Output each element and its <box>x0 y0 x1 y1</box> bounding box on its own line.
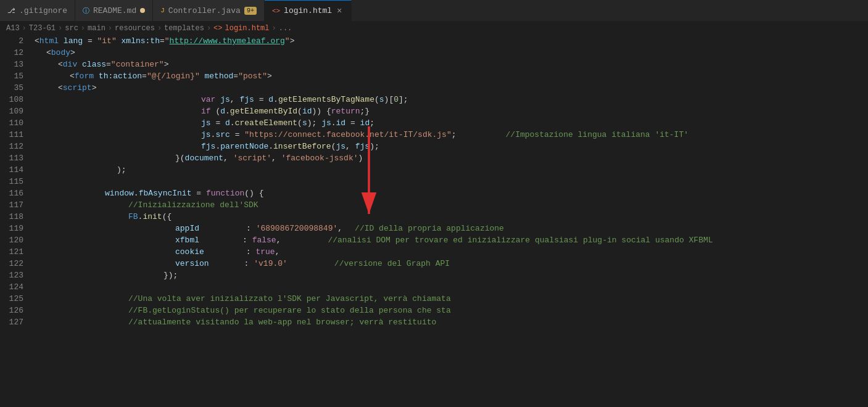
breadcrumb-sep: › <box>108 24 112 33</box>
line-num-2: 2 <box>0 35 31 47</box>
code-line-126: //FB.getLoginStatus() per recuperare lo … <box>31 305 868 316</box>
line-num-15: 15 <box>0 70 31 82</box>
code-line-127: //attualmente visitando la web-app nel b… <box>31 316 868 328</box>
code-area[interactable]: <html lang = "it" xmlns:th="http://www.t… <box>31 35 868 328</box>
info-icon: ⓘ <box>83 6 89 15</box>
breadcrumb-sep: › <box>157 24 162 33</box>
code-line-118: FB.init({ <box>31 211 868 223</box>
code-line-124 <box>31 281 868 293</box>
line-num-116: 116 <box>0 187 31 199</box>
line-num-114: 114 <box>0 164 31 176</box>
line-num-120: 120 <box>0 234 31 246</box>
line-num-112: 112 <box>0 141 31 152</box>
modified-dot <box>140 8 145 13</box>
code-line-120: xfbml: false,//analisi DOM per trovare e… <box>31 234 868 246</box>
line-num-12: 12 <box>0 47 31 59</box>
line-num-109: 109 <box>0 105 31 117</box>
tab-label-gitignore: .gitignore <box>19 6 67 15</box>
code-line-116: window.fbAsyncInit = function() { <box>31 187 868 199</box>
line-num-122: 122 <box>0 258 31 269</box>
breadcrumb-sep: › <box>22 24 27 33</box>
code-line-35: <script> <box>31 82 868 94</box>
line-num-111: 111 <box>0 129 31 141</box>
code-line-115 <box>31 176 868 187</box>
tab-label-controller: Controller.java <box>168 6 241 15</box>
code-line-114: ); <box>31 164 868 176</box>
breadcrumb-sep: › <box>207 24 211 33</box>
breadcrumb-item-ellipsis: ... <box>279 24 292 33</box>
tab-badge: 9+ <box>244 7 257 15</box>
line-num-119: 119 <box>0 223 31 234</box>
line-num-117: 117 <box>0 199 31 211</box>
breadcrumb-item-a13[interactable]: A13 <box>6 24 20 33</box>
code-line-108: var js, fjs = d.getElementsByTagName(s)[… <box>31 94 868 105</box>
breadcrumb-sep: › <box>58 24 62 33</box>
tab-login[interactable]: <> login.html × <box>265 0 352 21</box>
close-tab-button[interactable]: × <box>336 5 343 17</box>
code-line-125: //Una volta aver inizializzato l'SDK per… <box>31 293 868 305</box>
code-line-119: appId: '689086720098849',//ID della prop… <box>31 223 868 234</box>
line-num-126: 126 <box>0 305 31 316</box>
code-line-109: if (d.getElementById(id)) {return;} <box>31 105 868 117</box>
line-num-118: 118 <box>0 211 31 223</box>
code-line-12: <body> <box>31 47 868 59</box>
code-line-113: }(document, 'script', 'facebook-jssdk') <box>31 152 868 164</box>
code-line-121: cookie: true, <box>31 246 868 258</box>
code-line-123: }); <box>31 269 868 281</box>
code-line-111: js.src = "https://connect.facebook.net/i… <box>31 129 868 141</box>
code-line-15: <form th:action="@{/login}" method="post… <box>31 70 868 82</box>
tab-label-readme: README.md <box>93 6 136 15</box>
tab-gitignore[interactable]: ⎇ .gitignore <box>0 0 75 21</box>
tab-controller[interactable]: J Controller.java 9+ <box>153 0 265 21</box>
code-line-110: js = d.createElement(s); js.id = id; <box>31 117 868 129</box>
tab-label-login: login.html <box>284 6 332 15</box>
breadcrumb-item-login[interactable]: login.html <box>225 24 270 33</box>
breadcrumb-item-templates[interactable]: templates <box>164 24 204 33</box>
line-num-125: 125 <box>0 293 31 305</box>
java-icon: J <box>160 7 165 14</box>
code-line-2: <html lang = "it" xmlns:th="http://www.t… <box>31 35 868 47</box>
code-line-112: fjs.parentNode.insertBefore(js, fjs); <box>31 141 868 152</box>
code-line-13: <div class="container"> <box>31 59 868 70</box>
line-num-108: 108 <box>0 94 31 105</box>
line-num-113: 113 <box>0 152 31 164</box>
line-num-115: 115 <box>0 176 31 187</box>
tab-bar: ⎇ .gitignore ⓘ README.md J Controller.ja… <box>0 0 868 22</box>
line-num-127: 127 <box>0 316 31 328</box>
breadcrumb-item-resources[interactable]: resources <box>115 24 155 33</box>
breadcrumb-sep: › <box>272 24 276 33</box>
breadcrumb-item-t23[interactable]: T23-G1 <box>29 24 56 33</box>
breadcrumb-item-html-icon: <> <box>213 24 222 33</box>
breadcrumb-item-main[interactable]: main <box>88 24 105 33</box>
git-icon: ⎇ <box>7 7 15 15</box>
breadcrumb: A13 › T23-G1 › src › main › resources › … <box>0 22 868 35</box>
breadcrumb-item-src[interactable]: src <box>65 24 78 33</box>
line-num-13: 13 <box>0 59 31 70</box>
breadcrumb-sep: › <box>81 24 85 33</box>
line-num-35: 35 <box>0 82 31 94</box>
line-gutter: 2 12 13 15 35 108 109 110 111 112 113 11… <box>0 35 31 328</box>
line-num-110: 110 <box>0 117 31 129</box>
editor: 2 12 13 15 35 108 109 110 111 112 113 11… <box>0 35 868 328</box>
line-num-121: 121 <box>0 246 31 258</box>
line-num-123: 123 <box>0 269 31 281</box>
code-line-117: //Inizializzazione dell'SDK <box>31 199 868 211</box>
code-line-122: version: 'v19.0'//versione del Graph API <box>31 258 868 269</box>
line-num-124: 124 <box>0 281 31 293</box>
tab-readme[interactable]: ⓘ README.md <box>75 0 153 21</box>
html-icon: <> <box>272 7 280 15</box>
